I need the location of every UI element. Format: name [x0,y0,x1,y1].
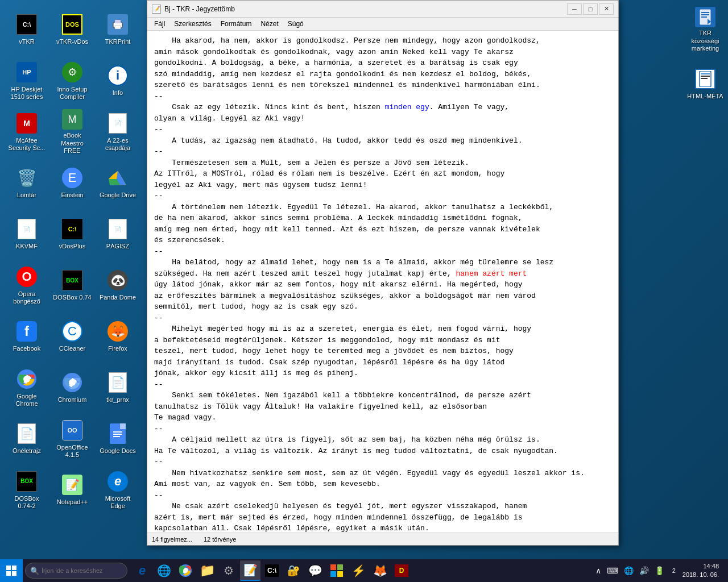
svg-rect-23 [701,78,708,79]
taskbar-app-notepad[interactable]: 📝 [240,560,260,581]
desktop-icon-vtkr-vdos[interactable]: DOS vTKR-vDos [50,5,94,55]
taskbar-search-box[interactable]: 🔍 [25,563,127,579]
menu-nezet[interactable]: Nézet [256,19,283,29]
desktop-icon-pagisz[interactable]: 📄 PÁGISZ [96,209,140,259]
icon-label-onetrajz: Önéletrajz [13,447,41,455]
taskbar-app-firefox2[interactable]: 🦊 [370,560,390,581]
svg-rect-22 [701,76,710,77]
desktop-icon-mcafee[interactable]: M McAfee Security Sc... [5,107,49,157]
desktop-icon-notepadpp[interactable]: 📝 Notepad++ [50,465,94,515]
taskbar-app-other1[interactable]: 🔐 [283,560,304,581]
minimize-button[interactable]: ─ [567,3,582,15]
desktop-icon-tkrprint[interactable]: TKRPrint [96,5,140,55]
notepad-text-area[interactable]: Ha akarod, ha nem, akkor is gondolkodsz.… [147,31,618,533]
desktop-icon-html-meta[interactable]: HTML-META [682,59,728,109]
desktop-icon-onetrajz[interactable]: 📄 Önéletrajz [5,414,49,464]
taskbar-app-other3[interactable] [326,560,347,581]
desktop-icon-vdosplus[interactable]: C:\ vDosPlus [50,209,94,259]
menu-szerkesztes[interactable]: Szerkesztés [169,19,216,29]
close-button[interactable]: ✕ [599,3,614,15]
taskbar-app-edge[interactable]: 🌐 [154,560,174,581]
desktop-icon-msedge[interactable]: e Microsoft Edge [96,465,140,515]
taskbar-app-other5[interactable]: D [391,560,412,581]
window-title-text: Bj - TKR - Jegyzettömb [164,5,235,13]
start-button[interactable] [0,559,23,582]
tray-icon-network[interactable]: 🌐 [623,565,635,576]
taskbar-app-settings[interactable]: ⚙ [218,560,239,581]
desktop-icon-ccleaner[interactable]: C CCleaner [50,311,94,361]
tray-icon-volume[interactable]: 🔊 [638,565,650,576]
tray-icon-up[interactable]: ∧ [594,565,602,576]
show-desktop-button[interactable] [723,559,728,582]
desktop-icon-gdrive[interactable]: Google Drive [96,158,140,208]
window-title-area: 📝 Bj - TKR - Jegyzettömb [152,5,235,14]
icon-label-msedge: Microsoft Edge [98,495,138,510]
icon-label-vdosplus: vDosPlus [59,243,85,250]
svg-rect-14 [113,434,122,435]
desktop-icon-lomtar[interactable]: 🗑️ Lomtár [5,158,49,208]
icon-label-inno: Inno Setup Compiler [52,86,92,101]
desktop-icon-vtk[interactable]: C:\ vTKR [5,5,49,55]
taskbar-app-other2[interactable]: 💬 [305,560,325,581]
desktop-icon-inno[interactable]: ⚙ Inno Setup Compiler [50,56,94,106]
icon-label-ebook: eBook Maestro FREE [52,132,92,155]
menu-fajl[interactable]: Fájl [150,19,169,29]
svg-point-30 [183,568,188,573]
desktop-icon-chrome[interactable]: Google Chrome [5,363,49,413]
svg-rect-21 [701,73,710,74]
svg-rect-15 [113,436,120,437]
svg-rect-17 [701,12,709,13]
svg-rect-25 [12,566,16,570]
taskbar-app-other4[interactable]: ⚡ [348,560,369,581]
desktop-icon-firefox[interactable]: 🦊 Firefox [96,311,140,361]
desktop-icon-hp[interactable]: HP HP Deskjet 1510 series [5,56,49,106]
icon-label-ccleaner: CCleaner [59,345,85,352]
svg-point-9 [23,376,30,383]
desktop-icon-google-docs[interactable]: Google Docs [96,414,140,464]
taskbar-clock[interactable]: 14:48 2018. 10. 06. [678,562,723,580]
desktop-icon-info[interactable]: i Info [96,56,140,106]
icon-label-lomtar: Lomtár [17,192,36,199]
window-titlebar: 📝 Bj - TKR - Jegyzettömb ─ □ ✕ [147,1,618,18]
menu-sugo[interactable]: Súgó [283,19,308,29]
icon-label-gdrive: Google Drive [100,192,136,199]
taskbar-app-cmd[interactable]: C:\ [262,560,282,581]
icon-label-mcafee: McAfee Security Sc... [7,137,47,152]
svg-rect-27 [12,571,16,576]
desktop: C:\ vTKR DOS vTKR-vDos TKRPrint HP HP De… [0,0,728,582]
desktop-icon-tkr-marketing[interactable]: TKR közösségi marketing [682,5,728,55]
desktop-icon-dosbox2[interactable]: BOX DOSBox 0.74-2 [5,465,49,515]
taskbar-app-explorer[interactable]: 📁 [197,560,217,581]
svg-rect-2 [115,26,121,29]
desktop-icon-kkvmf[interactable]: 📄 KKVMF [5,209,49,259]
desktop-icon-opera[interactable]: O Opera böngésző [5,260,49,310]
desktop-icon-chromium[interactable]: Chromium [50,363,94,413]
window-controls: ─ □ ✕ [567,3,614,15]
menu-formatum[interactable]: Formátum [216,19,257,29]
desktop-icon-openoffice[interactable]: OO OpenOffice 4.1.5 [50,414,94,464]
taskbar-lang[interactable]: 2 [670,567,678,574]
desktop-icons-left: C:\ vTKR DOS vTKR-vDos TKRPrint HP HP De… [0,0,142,534]
tray-icon-keyboard[interactable]: ⌨ [606,565,619,576]
search-input[interactable] [42,567,115,574]
desktop-icon-a22[interactable]: 📄 A 22-es csapdája [96,107,140,157]
desktop-icon-ebook[interactable]: M eBook Maestro FREE [50,107,94,157]
taskbar-app-chrome2[interactable] [175,560,196,581]
maximize-button[interactable]: □ [583,3,598,15]
desktop-icon-tkrprnx[interactable]: 📄 tkr_prnx [96,363,140,413]
svg-marker-6 [109,171,118,179]
desktop-icon-einstein[interactable]: E Einstein [50,158,94,208]
window-menubar: Fájl Szerkesztés Formátum Nézet Súgó [147,18,618,31]
taskbar: 🔍 e 🌐 📁 [0,559,728,582]
desktop-icon-panda[interactable]: 🐼 Panda Dome [96,260,140,310]
desktop-icon-facebook[interactable]: f Facebook [5,311,49,361]
svg-rect-19 [701,16,707,18]
icon-label-firefox: Firefox [108,345,127,352]
tray-icon-battery[interactable]: 🔋 [653,565,665,576]
icon-label-html-meta: HTML-META [687,93,723,100]
icon-label-a22: A 22-es csapdája [98,137,138,152]
icon-label-chromium: Chromium [58,396,87,404]
taskbar-app-ie[interactable]: e [132,560,152,581]
desktop-icon-dosbox[interactable]: BOX DOSBox 0.74 [50,260,94,310]
icon-label-pagisz: PÁGISZ [106,243,129,250]
